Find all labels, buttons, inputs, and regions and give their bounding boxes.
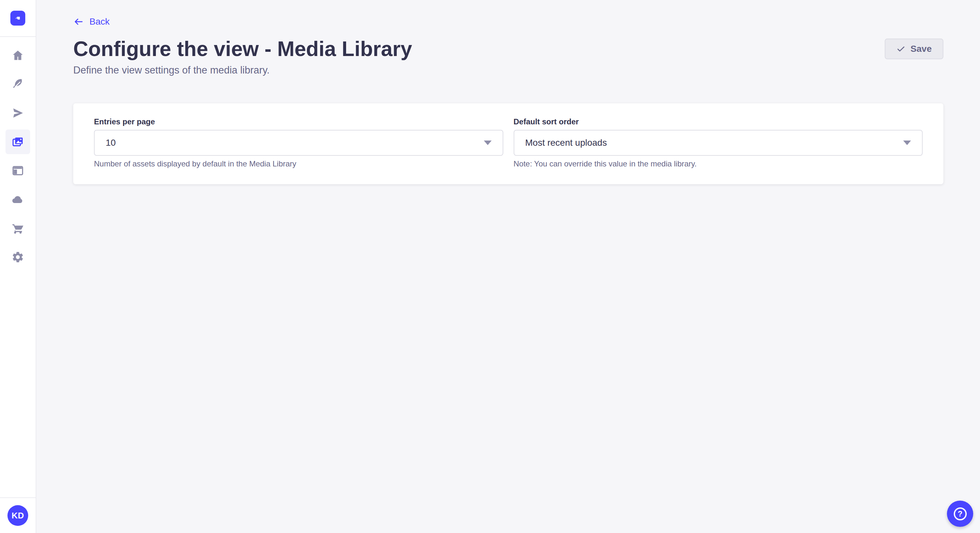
entries-per-page-hint: Number of assets displayed by default in… [94, 159, 503, 169]
main-content: Back Configure the view - Media Library … [36, 0, 980, 533]
sidebar-item-content-manager[interactable] [5, 72, 30, 97]
home-icon [11, 49, 24, 62]
sidebar-item-home[interactable] [5, 43, 30, 68]
page-title: Configure the view - Media Library [73, 36, 412, 61]
sidebar: KD [0, 0, 36, 533]
save-label: Save [911, 44, 932, 54]
check-icon [896, 44, 905, 54]
arrow-left-icon [73, 16, 84, 27]
entries-per-page-label: Entries per page [94, 117, 503, 127]
entries-per-page-select[interactable]: 10 [94, 130, 503, 156]
paper-plane-icon [11, 106, 24, 119]
cloud-icon [11, 193, 24, 206]
default-sort-order-select[interactable]: Most recent uploads [514, 130, 923, 156]
default-sort-order-field: Default sort order Most recent uploads N… [514, 117, 923, 169]
question-mark-icon: ? [954, 508, 967, 520]
avatar[interactable]: KD [8, 505, 28, 526]
sidebar-item-cloud[interactable] [5, 187, 30, 212]
sidebar-item-layouts[interactable] [5, 159, 30, 183]
sidebar-item-media-library[interactable] [5, 130, 30, 154]
gear-icon [11, 251, 24, 263]
layout-icon [11, 164, 24, 177]
pictures-icon [11, 135, 24, 148]
sidebar-item-settings[interactable] [5, 245, 30, 270]
entries-per-page-value: 10 [106, 138, 116, 148]
default-sort-order-hint: Note: You can override this value in the… [514, 159, 923, 169]
app-root: KD Back Configure the view - Media Libra… [0, 0, 980, 533]
save-button[interactable]: Save [885, 38, 943, 59]
sidebar-footer: KD [0, 497, 36, 533]
shopping-cart-icon [11, 222, 24, 235]
page-subtitle: Define the view settings of the media li… [73, 64, 943, 77]
logo-section [0, 0, 36, 37]
settings-card: Entries per page 10 Number of assets dis… [73, 103, 943, 184]
feather-icon [11, 78, 24, 90]
sidebar-item-releases[interactable] [5, 101, 30, 125]
sidebar-item-marketplace[interactable] [5, 216, 30, 241]
page-header: Back Configure the view - Media Library … [36, 0, 980, 77]
chevron-down-icon [484, 141, 492, 145]
strapi-logo-icon [10, 11, 25, 25]
back-label: Back [89, 16, 110, 27]
help-button[interactable]: ? [947, 501, 973, 527]
chevron-down-icon [903, 141, 911, 145]
back-link[interactable]: Back [73, 16, 110, 27]
default-sort-order-label: Default sort order [514, 117, 923, 127]
title-row: Configure the view - Media Library Save [73, 36, 943, 61]
default-sort-order-value: Most recent uploads [525, 138, 607, 148]
entries-per-page-field: Entries per page 10 Number of assets dis… [94, 117, 503, 169]
sidebar-nav [0, 37, 36, 270]
